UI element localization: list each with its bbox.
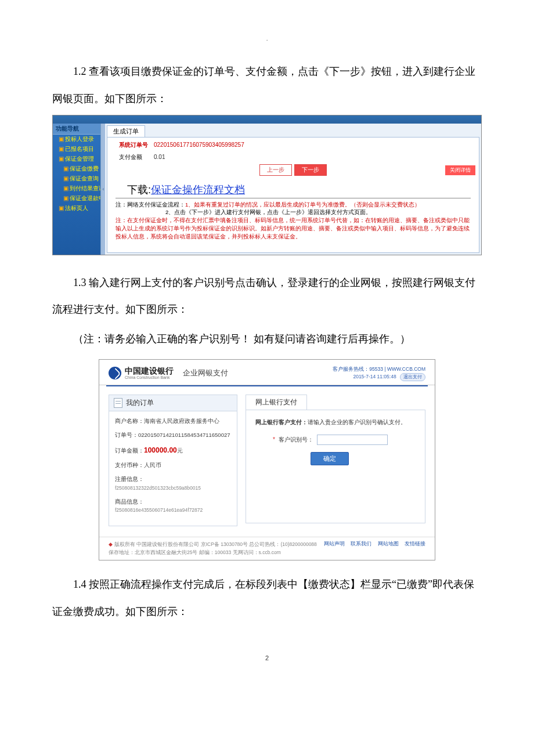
sidebar-subitem[interactable]: ▣保证金缴费 — [53, 164, 105, 174]
footer-link[interactable]: 友情链接 — [405, 541, 425, 547]
main-panel: 生成订单 系统订单号 0220150617716075903405998257 … — [105, 124, 481, 255]
download-row: 下载:保证金操作流程文档 — [116, 179, 471, 198]
bullet-icon: ▣ — [59, 146, 64, 152]
customer-id-label: 客户识别号： — [279, 436, 313, 444]
sidebar-item[interactable]: ▣保证金管理 — [53, 154, 105, 164]
close-detail-button[interactable]: 关闭详情 — [445, 165, 475, 175]
bullet-icon: ▣ — [59, 155, 64, 162]
sidebar-item[interactable]: ▣已报名项目 — [53, 144, 105, 154]
orderamount-label: 订单金额： — [115, 447, 144, 454]
currency-value: 人民币 — [144, 462, 161, 468]
footer-link[interactable]: 网站声明 — [324, 541, 345, 547]
screenshot-ccb-payment: 中国建设银行 China Construction Bank 企业网银支付 客户… — [99, 359, 435, 561]
screenshot-order-page: 功能导航 ▣投标人登录 ▣已报名项目 ▣保证金管理 ▣保证金缴费 ▣保证金查询 … — [52, 115, 482, 255]
payment-form: 网上银行客户支付：请输入贵企业的客户识别号确认支付。 *客户识别号： 确定 — [246, 410, 425, 523]
merchant-value: 海南省人民政府政务服务中心 — [144, 418, 219, 424]
orderamount-value: 100000.00 — [144, 446, 177, 454]
orderamount-unit: 元 — [177, 447, 183, 454]
app-titlebar — [53, 115, 481, 124]
ccb-logo-icon — [109, 367, 121, 379]
bullet-icon: ▣ — [59, 205, 64, 211]
paragraph-1-4: 1.4 按照正确流程操作支付完成后，在标段列表中【缴费状态】栏显示“已缴费”即代… — [52, 571, 482, 625]
note-paragraph: （注：请务必输入正确的客户识别号！ 如有疑问请咨询建行后再操作。） — [52, 328, 482, 351]
document-icon — [114, 398, 122, 408]
bank-name-en: China Construction Bank — [125, 375, 174, 379]
bank-name: 中国建设银行 — [125, 367, 174, 375]
footer-link[interactable]: 网站地图 — [378, 541, 399, 547]
ordernum-value: 022015071421011584534711650027 — [138, 432, 230, 438]
bullet-icon: ◆ — [109, 541, 113, 547]
order-number-label: 系统订单号 — [119, 141, 154, 149]
sidebar-item[interactable]: ▣法标页人 — [53, 204, 105, 214]
tab-generate-order[interactable]: 生成订单 — [107, 125, 145, 137]
footer-copyright: 版权所有 中国建设银行股份有限公司 京ICP备 13030780号 总公司热线：… — [114, 541, 317, 547]
paragraph-1-3: 1.3 输入建行网上支付的客户识别号点击确认，登录建行的企业网银，按照建行网银支… — [52, 269, 482, 324]
bullet-icon: ▣ — [63, 165, 68, 172]
page-number: 2 — [52, 654, 482, 661]
ccb-footer: ◆版权所有 中国建设银行股份有限公司 京ICP备 13030780号 总公司热线… — [99, 537, 435, 560]
pay-instruction-bold: 网上银行客户支付： — [255, 419, 308, 425]
order-number-value: 0220150617716075903405998257 — [154, 142, 244, 148]
sidebar-heading: 功能导航 — [53, 124, 105, 135]
hotline-text: 客户服务热线：95533 | WWW.CCB.COM — [333, 366, 425, 373]
bullet-icon: ▣ — [63, 175, 68, 182]
sidebar-subitem[interactable]: ▣保证金查询 — [53, 174, 105, 184]
amount-value: 0.01 — [154, 154, 165, 160]
bullet-icon: ▣ — [59, 136, 64, 142]
goods-label: 商品信息： — [115, 498, 144, 505]
sidebar-subitem[interactable]: ▣到付结果查询 — [53, 184, 105, 194]
download-label: 下载: — [127, 184, 151, 196]
remark-value: f250808132322d501323cbc59a8b0015 — [115, 485, 201, 491]
pay-instruction-text: 请输入贵企业的客户识别号确认支付。 — [308, 419, 406, 425]
header-dot: . — [52, 35, 482, 42]
bullet-icon: ▣ — [63, 185, 68, 191]
customer-id-input[interactable] — [317, 435, 388, 445]
tab-online-bank-pay[interactable]: 网上银行支付 — [246, 395, 307, 410]
paragraph-1-2: 1.2 查看该项目缴费保证金的订单号、支付金额，点击《下一步》按钮，进入到建行企… — [52, 58, 482, 113]
bullet-icon: ▣ — [63, 195, 68, 201]
sidebar-item[interactable]: ▣投标人登录 — [53, 135, 105, 144]
remark-label: 注册信息： — [115, 476, 144, 482]
footer-link[interactable]: 联系我们 — [351, 541, 371, 547]
download-link[interactable]: 保证金操作流程文档 — [151, 184, 245, 196]
required-star-icon: * — [273, 436, 275, 443]
page-title: 企业网银支付 — [183, 368, 228, 378]
footer-links: 网站声明 联系我们 网站地图 友情链接 — [319, 541, 425, 548]
my-order-heading: 我的订单 — [126, 398, 154, 408]
ordernum-label: 订单号： — [115, 432, 138, 438]
amount-label: 支付金额 — [119, 153, 154, 161]
sidebar-subitem[interactable]: ▣保证金退款申请 — [53, 194, 105, 204]
prev-button[interactable]: 上一步 — [259, 164, 292, 176]
exit-payment-badge[interactable]: 退出支付 — [400, 373, 425, 381]
goods-value: f25080816e4355060714e61ea94f72872 — [115, 507, 203, 513]
currency-label: 支付币种： — [115, 462, 144, 468]
next-button[interactable]: 下一步 — [294, 164, 327, 176]
order-panel: 系统订单号 0220150617716075903405998257 支付金额 … — [107, 137, 479, 253]
sidebar: 功能导航 ▣投标人登录 ▣已报名项目 ▣保证金管理 ▣保证金缴费 ▣保证金查询 … — [53, 124, 105, 255]
merchant-label: 商户名称： — [115, 418, 144, 424]
confirm-button[interactable]: 确定 — [311, 452, 349, 465]
ccb-header: 中国建设银行 China Construction Bank 企业网银支付 客户… — [99, 360, 435, 385]
datetime-text: 2015-7-14 11:05:48 — [353, 374, 396, 379]
warning-text: 注：网络支付保证金流程：1、如果有重复过订单的情况，应以最后生成的订单号为准缴费… — [107, 198, 479, 241]
my-order-panel: 我的订单 商户名称：海南省人民政府政务服务中心 订单号：022015071421… — [109, 395, 237, 527]
footer-address: 保存地址：北京市西城区金融大街25号 邮编：100033 无网访问：s.ccb.… — [109, 549, 281, 555]
